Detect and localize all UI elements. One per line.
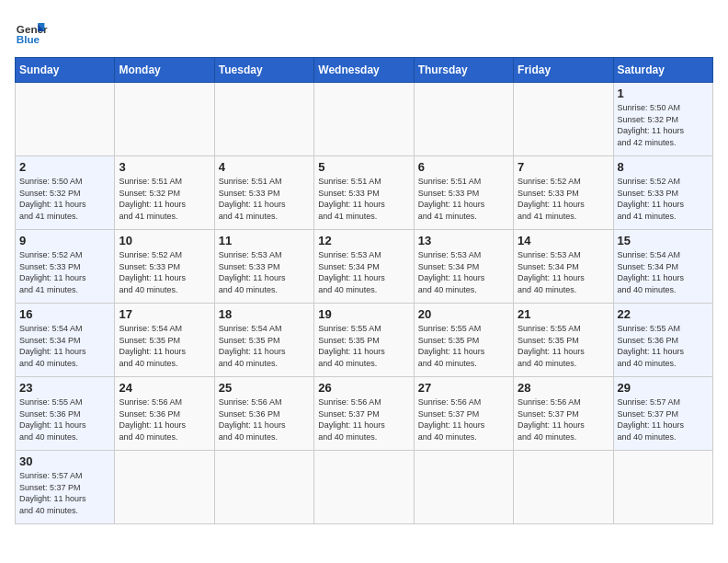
day-header-monday: Monday: [115, 58, 214, 83]
calendar-cell: 24Sunrise: 5:56 AM Sunset: 5:36 PM Dayli…: [115, 377, 214, 451]
day-info: Sunrise: 5:56 AM Sunset: 5:37 PM Dayligh…: [318, 396, 409, 442]
day-info: Sunrise: 5:52 AM Sunset: 5:33 PM Dayligh…: [119, 249, 210, 295]
calendar-cell: [314, 451, 414, 524]
day-number: 11: [219, 234, 310, 247]
day-info: Sunrise: 5:54 AM Sunset: 5:34 PM Dayligh…: [618, 249, 709, 295]
calendar-cell: 18Sunrise: 5:54 AM Sunset: 5:35 PM Dayli…: [214, 304, 313, 377]
day-header-saturday: Saturday: [613, 58, 712, 83]
day-number: 21: [518, 307, 609, 321]
calendar-cell: 10Sunrise: 5:52 AM Sunset: 5:33 PM Dayli…: [115, 230, 214, 304]
day-info: Sunrise: 5:55 AM Sunset: 5:36 PM Dayligh…: [618, 323, 709, 369]
day-number: 2: [19, 160, 110, 174]
calendar-cell: [414, 451, 513, 524]
calendar-cell: 17Sunrise: 5:54 AM Sunset: 5:35 PM Dayli…: [115, 304, 214, 377]
calendar-cell: 30Sunrise: 5:57 AM Sunset: 5:37 PM Dayli…: [16, 451, 115, 524]
day-number: 23: [19, 381, 110, 395]
calendar-cell: 22Sunrise: 5:55 AM Sunset: 5:36 PM Dayli…: [613, 304, 712, 377]
calendar-cell: [214, 83, 313, 156]
day-header-wednesday: Wednesday: [314, 58, 414, 83]
day-info: Sunrise: 5:57 AM Sunset: 5:37 PM Dayligh…: [19, 470, 110, 516]
calendar-cell: [16, 83, 115, 156]
calendar-cell: [514, 83, 613, 156]
day-header-thursday: Thursday: [414, 58, 513, 83]
day-info: Sunrise: 5:54 AM Sunset: 5:35 PM Dayligh…: [119, 323, 210, 369]
calendar-cell: 25Sunrise: 5:56 AM Sunset: 5:36 PM Dayli…: [214, 377, 313, 451]
calendar-cell: 16Sunrise: 5:54 AM Sunset: 5:34 PM Dayli…: [16, 304, 115, 377]
day-info: Sunrise: 5:50 AM Sunset: 5:32 PM Dayligh…: [618, 102, 709, 148]
calendar-cell: 8Sunrise: 5:52 AM Sunset: 5:33 PM Daylig…: [613, 156, 712, 230]
day-number: 16: [19, 307, 110, 321]
calendar-cell: 2Sunrise: 5:50 AM Sunset: 5:32 PM Daylig…: [16, 156, 115, 230]
day-number: 17: [119, 307, 210, 321]
day-info: Sunrise: 5:56 AM Sunset: 5:36 PM Dayligh…: [219, 396, 310, 442]
day-info: Sunrise: 5:56 AM Sunset: 5:37 PM Dayligh…: [418, 396, 509, 442]
day-number: 29: [618, 381, 709, 395]
day-number: 30: [19, 454, 110, 468]
day-info: Sunrise: 5:51 AM Sunset: 5:33 PM Dayligh…: [219, 176, 310, 222]
day-header-friday: Friday: [514, 58, 613, 83]
day-number: 7: [518, 160, 609, 174]
calendar-cell: 3Sunrise: 5:51 AM Sunset: 5:32 PM Daylig…: [115, 156, 214, 230]
day-info: Sunrise: 5:54 AM Sunset: 5:35 PM Dayligh…: [219, 323, 310, 369]
calendar-cell: [115, 83, 214, 156]
calendar-cell: 29Sunrise: 5:57 AM Sunset: 5:37 PM Dayli…: [613, 377, 712, 451]
day-info: Sunrise: 5:55 AM Sunset: 5:35 PM Dayligh…: [518, 323, 609, 369]
day-number: 3: [119, 160, 210, 174]
day-info: Sunrise: 5:53 AM Sunset: 5:34 PM Dayligh…: [518, 249, 609, 295]
day-number: 14: [518, 234, 609, 247]
calendar-cell: 26Sunrise: 5:56 AM Sunset: 5:37 PM Dayli…: [314, 377, 414, 451]
day-number: 18: [219, 307, 310, 321]
logo: General Blue: [15, 15, 48, 48]
calendar-cell: [414, 83, 513, 156]
day-number: 20: [418, 307, 509, 321]
calendar-cell: 14Sunrise: 5:53 AM Sunset: 5:34 PM Dayli…: [514, 230, 613, 304]
day-number: 6: [418, 160, 509, 174]
page-header: General Blue: [15, 15, 713, 48]
calendar-cell: 28Sunrise: 5:56 AM Sunset: 5:37 PM Dayli…: [514, 377, 613, 451]
day-info: Sunrise: 5:55 AM Sunset: 5:35 PM Dayligh…: [318, 323, 409, 369]
day-number: 22: [618, 307, 709, 321]
day-number: 24: [119, 381, 210, 395]
day-info: Sunrise: 5:51 AM Sunset: 5:33 PM Dayligh…: [418, 176, 509, 222]
day-number: 19: [318, 307, 409, 321]
day-number: 12: [318, 234, 409, 247]
day-info: Sunrise: 5:51 AM Sunset: 5:33 PM Dayligh…: [318, 176, 409, 222]
calendar-cell: [514, 451, 613, 524]
calendar-cell: [613, 451, 712, 524]
day-number: 13: [418, 234, 509, 247]
day-info: Sunrise: 5:51 AM Sunset: 5:32 PM Dayligh…: [119, 176, 210, 222]
calendar-cell: 1Sunrise: 5:50 AM Sunset: 5:32 PM Daylig…: [613, 83, 712, 156]
day-info: Sunrise: 5:57 AM Sunset: 5:37 PM Dayligh…: [618, 396, 709, 442]
day-info: Sunrise: 5:50 AM Sunset: 5:32 PM Dayligh…: [19, 176, 110, 222]
calendar-cell: 9Sunrise: 5:52 AM Sunset: 5:33 PM Daylig…: [16, 230, 115, 304]
day-number: 9: [19, 234, 110, 247]
day-number: 5: [318, 160, 409, 174]
day-number: 4: [219, 160, 310, 174]
day-number: 25: [219, 381, 310, 395]
day-header-tuesday: Tuesday: [214, 58, 313, 83]
calendar-cell: 13Sunrise: 5:53 AM Sunset: 5:34 PM Dayli…: [414, 230, 513, 304]
day-number: 26: [318, 381, 409, 395]
day-number: 28: [518, 381, 609, 395]
day-info: Sunrise: 5:52 AM Sunset: 5:33 PM Dayligh…: [19, 249, 110, 295]
calendar-cell: [115, 451, 214, 524]
calendar-cell: 5Sunrise: 5:51 AM Sunset: 5:33 PM Daylig…: [314, 156, 414, 230]
day-info: Sunrise: 5:53 AM Sunset: 5:34 PM Dayligh…: [418, 249, 509, 295]
day-number: 27: [418, 381, 509, 395]
day-info: Sunrise: 5:56 AM Sunset: 5:36 PM Dayligh…: [119, 396, 210, 442]
calendar-cell: 19Sunrise: 5:55 AM Sunset: 5:35 PM Dayli…: [314, 304, 414, 377]
calendar-cell: 7Sunrise: 5:52 AM Sunset: 5:33 PM Daylig…: [514, 156, 613, 230]
day-info: Sunrise: 5:54 AM Sunset: 5:34 PM Dayligh…: [19, 323, 110, 369]
calendar-cell: [214, 451, 313, 524]
calendar-cell: 27Sunrise: 5:56 AM Sunset: 5:37 PM Dayli…: [414, 377, 513, 451]
day-info: Sunrise: 5:52 AM Sunset: 5:33 PM Dayligh…: [518, 176, 609, 222]
day-info: Sunrise: 5:55 AM Sunset: 5:35 PM Dayligh…: [418, 323, 509, 369]
day-info: Sunrise: 5:52 AM Sunset: 5:33 PM Dayligh…: [618, 176, 709, 222]
day-info: Sunrise: 5:56 AM Sunset: 5:37 PM Dayligh…: [518, 396, 609, 442]
calendar-cell: 23Sunrise: 5:55 AM Sunset: 5:36 PM Dayli…: [16, 377, 115, 451]
calendar-cell: 4Sunrise: 5:51 AM Sunset: 5:33 PM Daylig…: [214, 156, 313, 230]
day-info: Sunrise: 5:55 AM Sunset: 5:36 PM Dayligh…: [19, 396, 110, 442]
day-info: Sunrise: 5:53 AM Sunset: 5:34 PM Dayligh…: [318, 249, 409, 295]
day-info: Sunrise: 5:53 AM Sunset: 5:33 PM Dayligh…: [219, 249, 310, 295]
day-number: 8: [618, 160, 709, 174]
